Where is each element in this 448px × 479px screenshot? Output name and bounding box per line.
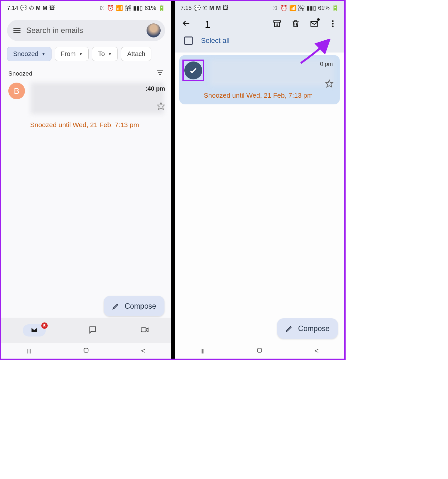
status-net: Vo))LTE bbox=[298, 5, 305, 11]
status-battery: 61% bbox=[318, 5, 330, 12]
svg-rect-5 bbox=[84, 348, 88, 353]
section-label: Snoozed bbox=[8, 70, 32, 77]
recents-button[interactable]: ||| bbox=[200, 348, 204, 354]
svg-marker-3 bbox=[157, 102, 164, 110]
gesture-bar: ||| < bbox=[1, 343, 171, 359]
search-bar[interactable]: Search in emails bbox=[7, 20, 165, 41]
gesture-bar: ||| < bbox=[175, 343, 344, 359]
compose-button[interactable]: Compose bbox=[104, 296, 164, 316]
svg-marker-11 bbox=[326, 80, 333, 87]
back-arrow-icon[interactable] bbox=[182, 19, 191, 30]
archive-icon[interactable] bbox=[273, 19, 282, 29]
email-item[interactable]: B :40 pm bbox=[1, 78, 171, 117]
svg-rect-2 bbox=[159, 74, 161, 75]
mail-icon bbox=[30, 326, 39, 333]
mark-unread-icon[interactable] bbox=[310, 19, 319, 29]
svg-point-8 bbox=[332, 20, 333, 22]
chip-attachment[interactable]: Attach bbox=[121, 47, 151, 61]
email-time: 0 pm bbox=[320, 61, 333, 68]
svg-rect-7 bbox=[311, 21, 318, 26]
back-button[interactable]: < bbox=[315, 347, 319, 355]
svg-point-10 bbox=[332, 26, 333, 27]
search-placeholder: Search in emails bbox=[26, 26, 141, 35]
select-all-row[interactable]: Select all bbox=[175, 34, 344, 47]
chat-icon bbox=[88, 325, 97, 334]
star-icon[interactable] bbox=[157, 102, 165, 111]
snooze-label: Snoozed until Wed, 21 Feb, 7:13 pm bbox=[182, 92, 334, 99]
unread-badge: 5 bbox=[41, 322, 48, 329]
left-screenshot: 7:14 💬✆MM🖼 ⛭⏰📶 Vo))LTE ▮▮▯ 61% 🔋 Search … bbox=[1, 1, 171, 359]
video-icon bbox=[140, 326, 149, 334]
status-time: 7:14 bbox=[7, 5, 18, 12]
bottom-nav: 5 bbox=[1, 318, 171, 343]
selection-count: 1 bbox=[205, 19, 264, 30]
email-preview-redacted bbox=[31, 83, 164, 114]
nav-video[interactable] bbox=[140, 326, 149, 335]
profile-avatar[interactable] bbox=[147, 23, 161, 37]
svg-rect-6 bbox=[274, 21, 281, 22]
selection-toolbar: 1 bbox=[175, 15, 344, 34]
pencil-icon bbox=[112, 302, 120, 310]
chip-from[interactable]: From▼ bbox=[55, 47, 89, 61]
svg-rect-0 bbox=[157, 70, 163, 71]
status-battery: 61% bbox=[145, 5, 156, 12]
pencil-icon bbox=[285, 325, 293, 332]
sender-avatar[interactable]: B bbox=[8, 83, 25, 99]
email-preview-redacted bbox=[210, 60, 334, 86]
status-net: Vo))LTE bbox=[125, 5, 131, 11]
status-time: 7:15 bbox=[180, 5, 192, 12]
nav-chat[interactable] bbox=[88, 325, 97, 336]
email-time: :40 pm bbox=[146, 85, 165, 92]
selected-email-item[interactable]: 0 pm Snoozed until Wed, 21 Feb, 7:13 pm bbox=[179, 55, 340, 104]
svg-rect-1 bbox=[158, 72, 162, 73]
home-button[interactable] bbox=[256, 347, 263, 355]
star-icon[interactable] bbox=[325, 79, 333, 89]
nav-mail[interactable]: 5 bbox=[23, 324, 46, 337]
filter-sort-icon[interactable] bbox=[156, 69, 164, 78]
select-all-checkbox[interactable] bbox=[184, 37, 193, 45]
chip-to[interactable]: To▼ bbox=[92, 47, 118, 61]
svg-rect-13 bbox=[257, 348, 261, 353]
filter-chips: Snoozed▼ From▼ To▼ Attach bbox=[7, 47, 171, 61]
status-bar: 7:15 💬✆MM🖼 ⛭⏰📶 Vo))LTE ▮▮▯ 61% 🔋 bbox=[175, 1, 344, 15]
home-button[interactable] bbox=[83, 347, 90, 355]
snooze-label: Snoozed until Wed, 21 Feb, 7:13 pm bbox=[30, 121, 164, 129]
svg-rect-4 bbox=[141, 328, 146, 332]
recents-button[interactable]: ||| bbox=[27, 348, 31, 354]
more-icon[interactable] bbox=[328, 19, 337, 29]
chip-snoozed[interactable]: Snoozed▼ bbox=[7, 47, 52, 61]
screenshot-divider bbox=[171, 1, 175, 359]
delete-icon[interactable] bbox=[291, 19, 300, 29]
status-bar: 7:14 💬✆MM🖼 ⛭⏰📶 Vo))LTE ▮▮▯ 61% 🔋 bbox=[1, 1, 171, 15]
selected-check-icon[interactable] bbox=[184, 61, 202, 79]
menu-icon[interactable] bbox=[13, 28, 20, 33]
right-screenshot: 7:15 💬✆MM🖼 ⛭⏰📶 Vo))LTE ▮▮▯ 61% 🔋 1 bbox=[175, 1, 344, 359]
compose-button[interactable]: Compose bbox=[277, 318, 338, 339]
svg-point-9 bbox=[332, 23, 333, 24]
selection-highlight bbox=[182, 60, 204, 81]
back-button[interactable]: < bbox=[141, 347, 145, 355]
